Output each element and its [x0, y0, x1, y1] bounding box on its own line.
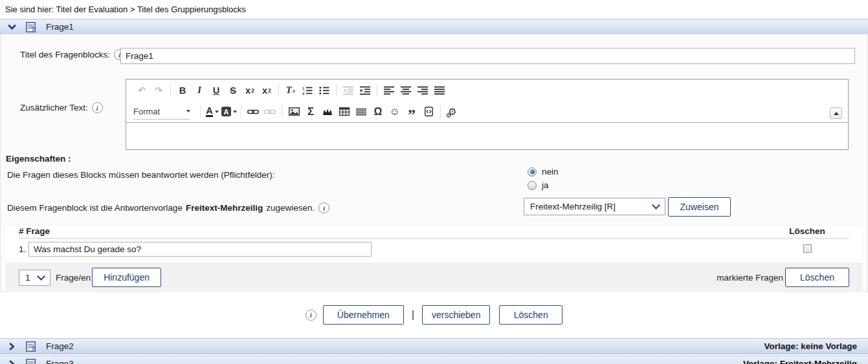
questions-table-header: # Frage Löschen [19, 226, 849, 239]
editor-toolbar-row-1: ↶ ↷ B I U S x2 x2 Tx 12 [126, 80, 848, 101]
chevron-right-icon[interactable] [7, 359, 17, 364]
unlink-icon[interactable] [262, 103, 278, 120]
rich-text-editor: ↶ ↷ B I U S x2 x2 Tx 12 [126, 79, 849, 150]
bold-icon[interactable]: B [174, 82, 191, 98]
template-name: Freitext-Mehrzeilig [186, 203, 263, 213]
block-title: Frage2 [46, 341, 74, 351]
block-title-label-row: Titel des Fragenblocks: i [20, 49, 125, 60]
link-icon[interactable] [245, 103, 262, 120]
plugins-gear-icon[interactable]: ⚙ ⚙ [444, 103, 461, 120]
info-icon[interactable]: i [318, 202, 329, 213]
chevron-right-icon[interactable] [7, 342, 17, 351]
redo-icon[interactable]: ↷ [150, 82, 167, 98]
question-block-header-frage3[interactable]: ? Frage3 Vorlage: Freitext-Mehrzeilig [0, 356, 868, 364]
properties-heading: Eigenschaften : [6, 154, 71, 164]
insert-table-icon[interactable] [336, 103, 353, 120]
remove-format-icon[interactable]: Tx [282, 82, 299, 98]
bulleted-list-icon[interactable] [316, 82, 333, 98]
undo-icon[interactable]: ↶ [133, 82, 150, 98]
radio-nein[interactable] [528, 167, 537, 177]
questions-table: # Frage Löschen 1. [19, 226, 849, 257]
editor-toolbar-row-2: Format A A Σ [126, 101, 848, 122]
toolbar-separator [170, 84, 171, 96]
insert-image-icon[interactable] [285, 103, 302, 120]
svg-text:?: ? [31, 345, 35, 352]
assign-button[interactable]: Zuweisen [668, 197, 731, 217]
toolbar-separator [278, 84, 279, 96]
table-row: 1. [19, 242, 849, 257]
numbered-list-icon[interactable]: 12 [299, 82, 316, 98]
subscript-icon[interactable]: x2 [241, 82, 258, 98]
svg-text:1: 1 [302, 86, 305, 90]
toolbar-separator [377, 84, 377, 96]
radio-ja[interactable] [528, 181, 537, 190]
questionnaire-icon: ? [26, 22, 36, 32]
superscript-icon[interactable]: x2 [258, 82, 275, 98]
chevron-down-icon [652, 201, 660, 209]
delete-marked-button[interactable]: Löschen [785, 268, 849, 287]
horizontal-line-icon[interactable] [353, 103, 370, 120]
breadcrumb: Sie sind hier: Titel der Evaluation > Ti… [5, 5, 246, 14]
info-icon[interactable]: i [92, 102, 103, 113]
radio-nein-label: nein [542, 167, 559, 177]
template-select[interactable]: Freitext-Mehrzeilig [R] [524, 198, 665, 215]
block-title-input[interactable] [120, 48, 855, 64]
question-unit-label: Frage/en [56, 273, 91, 283]
page: Sie sind hier: Titel der Evaluation > Ti… [0, 0, 868, 364]
template-sentence: Diesem Fragenblock ist die Antwortenvorl… [7, 202, 329, 213]
question-block-header-frage2[interactable]: ? Frage2 Vorlage: keine Vorlage [0, 338, 868, 354]
svg-text:2: 2 [302, 91, 305, 95]
question-count-select[interactable]: 1 [19, 270, 50, 286]
background-color-icon[interactable]: A [221, 103, 238, 120]
toolbar-separator [282, 105, 282, 118]
align-center-icon[interactable] [397, 82, 414, 98]
editor-content-area[interactable] [126, 122, 848, 146]
toolbar-separator [241, 105, 241, 118]
radio-ja-label: ja [542, 180, 549, 190]
format-select[interactable]: Format [133, 104, 190, 120]
special-character-icon[interactable]: Ω [370, 103, 386, 120]
toolbar-separator [200, 105, 201, 118]
question-number: 1. [19, 244, 28, 254]
move-button[interactable]: verschieben [422, 305, 490, 325]
blockquote-icon[interactable]: ” [403, 101, 420, 122]
decrease-indent-icon[interactable] [340, 82, 357, 98]
add-question-button[interactable]: Hinzufügen [92, 268, 161, 287]
smiley-icon[interactable]: ☺ [386, 103, 403, 120]
button-separator: | [412, 308, 414, 321]
toolbar-separator [336, 84, 337, 96]
chevron-down-icon [37, 272, 45, 281]
block-editor-panel: Titel des Fragenblocks: i Zusätzlicher T… [0, 34, 868, 292]
justify-icon[interactable] [431, 82, 448, 98]
source-code-icon[interactable] [420, 103, 437, 120]
align-right-icon[interactable] [414, 82, 431, 98]
toolbar-separator [440, 105, 441, 118]
additional-text-label-row: Zusätzlicher Text: i [20, 102, 103, 113]
question-block-header[interactable]: ? Frage1 [0, 19, 868, 35]
questionnaire-icon: ? [26, 359, 36, 364]
template-info: Vorlage: keine Vorlage [764, 341, 857, 351]
delete-block-button[interactable]: Löschen [499, 305, 562, 325]
info-icon[interactable]: i [306, 310, 317, 321]
delete-column-header: Löschen [765, 226, 849, 236]
question-text-input[interactable] [28, 242, 372, 257]
increase-indent-icon[interactable] [357, 82, 373, 98]
block-title: Frage3 [46, 359, 74, 364]
strikethrough-icon[interactable]: S [225, 82, 241, 98]
underline-icon[interactable]: U [208, 82, 225, 98]
question-column-header: # Frage [19, 226, 50, 236]
triangle-up-icon [834, 112, 839, 115]
formula-sum-icon[interactable]: Σ [302, 103, 319, 120]
crown-icon[interactable] [319, 103, 336, 120]
svg-text:?: ? [31, 26, 35, 32]
align-left-icon[interactable] [381, 82, 397, 98]
marked-questions-label: markierte Fragen [717, 273, 783, 283]
apply-button[interactable]: Übernehmen [323, 305, 404, 325]
collapse-toolbar-button[interactable] [830, 107, 842, 119]
text-color-icon[interactable]: A [204, 103, 221, 120]
template-info: Vorlage: Freitext-Mehrzeilig [743, 359, 857, 364]
delete-checkbox[interactable] [803, 244, 812, 253]
italic-icon[interactable]: I [191, 82, 208, 98]
chevron-down-icon[interactable] [7, 23, 17, 32]
questionnaire-icon: ? [26, 341, 36, 352]
